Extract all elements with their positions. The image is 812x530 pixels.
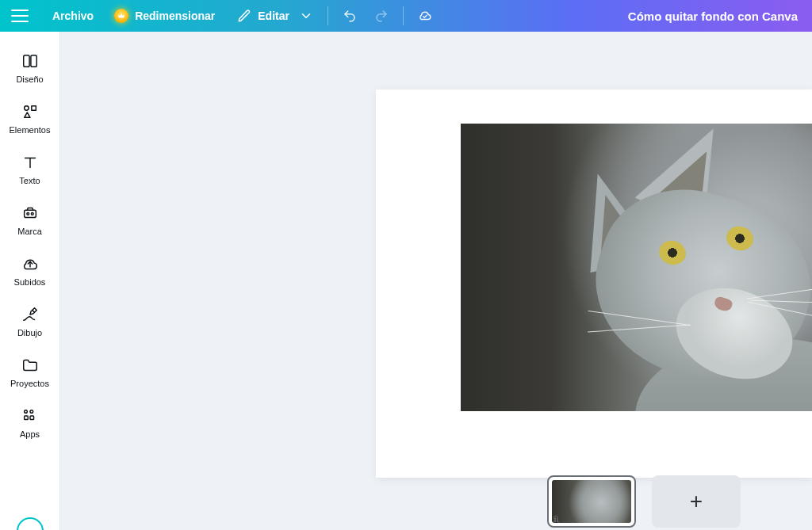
text-icon (21, 154, 39, 171)
sidebar-item-apps[interactable]: Apps (0, 402, 59, 444)
top-toolbar: Archivo Redimensionar Editar Cómo quitar… (0, 0, 812, 32)
sidebar-item-label: Dibujo (17, 328, 42, 337)
cloud-sync-button[interactable] (418, 9, 432, 23)
separator (403, 6, 404, 25)
redo-icon (374, 9, 389, 23)
sidebar-item-draw[interactable]: Dibujo (0, 301, 59, 342)
thumbnail-number: 1 (553, 515, 558, 524)
add-page-button[interactable]: + (652, 475, 741, 528)
sidebar-item-label: Elementos (10, 125, 51, 135)
sidebar-item-label: Apps (20, 429, 40, 439)
svg-point-6 (24, 410, 27, 414)
sidebar-item-label: Proyectos (10, 379, 49, 388)
page-thumbnail[interactable]: 1 (547, 475, 636, 528)
plus-icon: + (690, 489, 703, 514)
sidebar-item-elements[interactable]: Elementos (0, 98, 59, 139)
resize-label: Redimensionar (135, 10, 215, 22)
sidebar-item-design[interactable]: Diseño (0, 48, 59, 89)
svg-rect-1 (30, 55, 36, 67)
undo-icon (343, 9, 357, 23)
resize-button[interactable]: Redimensionar (114, 9, 215, 23)
sidebar-item-label: Subidos (14, 277, 46, 287)
shapes-icon (21, 103, 39, 120)
page-thumbnails: 1 + (547, 475, 741, 528)
sidebar-item-label: Texto (19, 176, 40, 185)
file-menu[interactable]: Archivo (52, 10, 94, 22)
svg-rect-3 (24, 210, 36, 217)
separator (327, 6, 328, 25)
brand-icon (21, 204, 39, 222)
sidebar-item-label: Diseño (16, 74, 43, 84)
draw-icon (21, 306, 39, 323)
svg-rect-8 (24, 416, 28, 420)
document-title[interactable]: Cómo quitar fondo con Canva (628, 10, 798, 23)
redo-button (374, 9, 389, 23)
canvas-stage[interactable]: 1 + (60, 32, 812, 530)
selected-image[interactable] (461, 124, 812, 411)
file-menu-label: Archivo (52, 10, 94, 22)
svg-point-4 (26, 213, 29, 215)
svg-rect-0 (23, 55, 29, 67)
sidebar-item-uploads[interactable]: Subidos (0, 250, 59, 292)
crown-icon (114, 9, 128, 23)
pencil-icon (237, 9, 251, 23)
apps-icon (21, 407, 39, 425)
edit-menu[interactable]: Editar (237, 9, 313, 23)
svg-rect-9 (30, 416, 34, 420)
thumbnail-image (552, 480, 631, 523)
edit-label: Editar (258, 10, 289, 22)
undo-button[interactable] (343, 9, 357, 23)
design-page[interactable] (376, 90, 812, 478)
cloud-upload-icon (21, 255, 39, 273)
folder-icon (21, 357, 39, 374)
svg-point-7 (30, 410, 33, 414)
svg-point-2 (24, 106, 29, 111)
sidebar-item-extra[interactable] (0, 513, 59, 530)
layout-icon (21, 52, 39, 70)
left-sidebar: Diseño Elementos Texto Marca Subidos Dib… (0, 32, 60, 530)
sidebar-item-label: Marca (17, 227, 42, 236)
add-circle-icon (17, 517, 44, 530)
sidebar-item-projects[interactable]: Proyectos (0, 352, 59, 393)
chevron-down-icon (299, 9, 313, 23)
hamburger-menu-icon[interactable] (11, 7, 29, 25)
sidebar-item-brand[interactable]: Marca (0, 200, 59, 241)
svg-point-5 (31, 213, 33, 215)
cloud-check-icon (418, 9, 432, 23)
sidebar-item-text[interactable]: Texto (0, 149, 59, 190)
